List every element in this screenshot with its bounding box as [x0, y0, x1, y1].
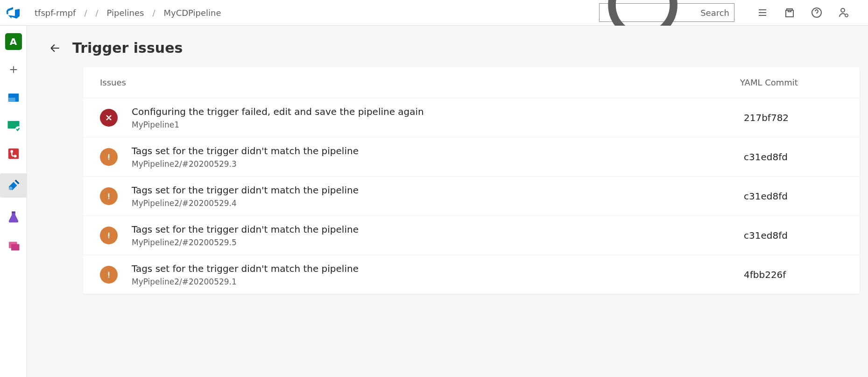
marketplace-icon[interactable]: [784, 7, 795, 18]
commit-hash[interactable]: 217bf782: [740, 112, 843, 123]
nav-overview[interactable]: [5, 89, 22, 106]
svg-point-14: [108, 158, 110, 160]
commit-hash[interactable]: c31ed8fd: [740, 151, 843, 163]
topbar: tfspf-rmpf / / Pipelines / MyCDPipeline …: [0, 0, 868, 26]
table-row[interactable]: Tags set for the trigger didn't match th…: [83, 216, 860, 255]
search-input[interactable]: Search: [599, 3, 734, 22]
issue-subtitle: MyPipeline2/#20200529.5: [132, 238, 734, 247]
commit-hash[interactable]: c31ed8fd: [740, 191, 843, 202]
svg-rect-11: [12, 212, 15, 213]
breadcrumb-project[interactable]: tfspf-rmpf: [35, 8, 76, 18]
table-row[interactable]: Configuring the trigger failed, edit and…: [83, 98, 860, 137]
breadcrumb-separator: /: [84, 8, 87, 18]
warning-icon: [100, 266, 118, 284]
work-items-icon[interactable]: [757, 7, 768, 18]
svg-point-1: [841, 8, 845, 12]
svg-rect-13: [11, 244, 20, 251]
breadcrumb: tfspf-rmpf / / Pipelines / MyCDPipeline: [24, 8, 221, 18]
nav-pipelines[interactable]: [0, 173, 27, 198]
svg-point-16: [108, 237, 110, 238]
warning-icon: [100, 227, 118, 244]
issue-title: Tags set for the trigger didn't match th…: [132, 184, 734, 197]
warning-icon: [100, 187, 118, 205]
azure-devops-logo-icon[interactable]: [6, 5, 21, 20]
table-row[interactable]: Tags set for the trigger didn't match th…: [83, 255, 860, 294]
issue-subtitle: MyPipeline1: [132, 120, 734, 129]
issue-subtitle: MyPipeline2/#20200529.3: [132, 159, 734, 169]
svg-point-8: [10, 150, 13, 153]
project-tile[interactable]: A: [5, 33, 22, 50]
issue-title: Tags set for the trigger didn't match th…: [132, 223, 734, 236]
page-header: Trigger issues: [27, 26, 868, 65]
col-issues: Issues: [100, 78, 740, 87]
issue-cell: Tags set for the trigger didn't match th…: [132, 223, 734, 247]
table-row[interactable]: Tags set for the trigger didn't match th…: [83, 177, 860, 216]
issue-title: Tags set for the trigger didn't match th…: [132, 263, 734, 275]
breadcrumb-separator: /: [152, 8, 155, 18]
arrow-left-icon: [49, 42, 61, 54]
content: Trigger issues Issues YAML Commit Config…: [27, 26, 868, 377]
issue-title: Configuring the trigger failed, edit and…: [132, 106, 734, 118]
issue-cell: Tags set for the trigger didn't match th…: [132, 145, 734, 169]
issue-cell: Tags set for the trigger didn't match th…: [132, 263, 734, 286]
leftnav: A: [0, 26, 27, 377]
plus-icon: [8, 64, 19, 75]
svg-point-9: [14, 155, 16, 157]
commit-hash[interactable]: c31ed8fd: [740, 230, 843, 241]
add-project-button[interactable]: [5, 61, 22, 78]
help-icon[interactable]: [811, 7, 822, 18]
page-title: Trigger issues: [72, 40, 183, 56]
warning-icon: [100, 148, 118, 166]
issue-subtitle: MyPipeline2/#20200529.1: [132, 277, 734, 286]
issue-title: Tags set for the trigger didn't match th…: [132, 145, 734, 157]
table-row[interactable]: Tags set for the trigger didn't match th…: [83, 137, 860, 177]
user-settings-icon[interactable]: [838, 7, 849, 18]
nav-testplans[interactable]: [5, 209, 22, 226]
svg-point-10: [9, 187, 13, 191]
col-commit: YAML Commit: [740, 78, 843, 87]
error-icon: [100, 109, 118, 127]
breadcrumb-separator: /: [96, 8, 99, 18]
back-button[interactable]: [48, 41, 62, 55]
issue-cell: Configuring the trigger failed, edit and…: [132, 106, 734, 129]
svg-rect-4: [8, 98, 15, 102]
svg-point-15: [108, 198, 110, 199]
issue-cell: Tags set for the trigger didn't match th…: [132, 184, 734, 208]
commit-hash[interactable]: 4fbb226f: [740, 269, 843, 280]
nav-repos[interactable]: [5, 145, 22, 162]
nav-boards[interactable]: [5, 117, 22, 134]
svg-point-17: [108, 276, 110, 277]
table-header: Issues YAML Commit: [83, 67, 860, 98]
issue-subtitle: MyPipeline2/#20200529.4: [132, 199, 734, 208]
breadcrumb-area[interactable]: Pipelines: [107, 8, 144, 18]
nav-artifacts[interactable]: [5, 237, 22, 254]
shell: A Trigger issues: [0, 26, 868, 377]
breadcrumb-pipeline[interactable]: MyCDPipeline: [164, 8, 221, 18]
topbar-actions: [738, 7, 862, 18]
svg-rect-7: [8, 149, 19, 159]
search-placeholder: Search: [700, 8, 729, 18]
issues-card: Issues YAML Commit Configuring the trigg…: [83, 67, 860, 294]
